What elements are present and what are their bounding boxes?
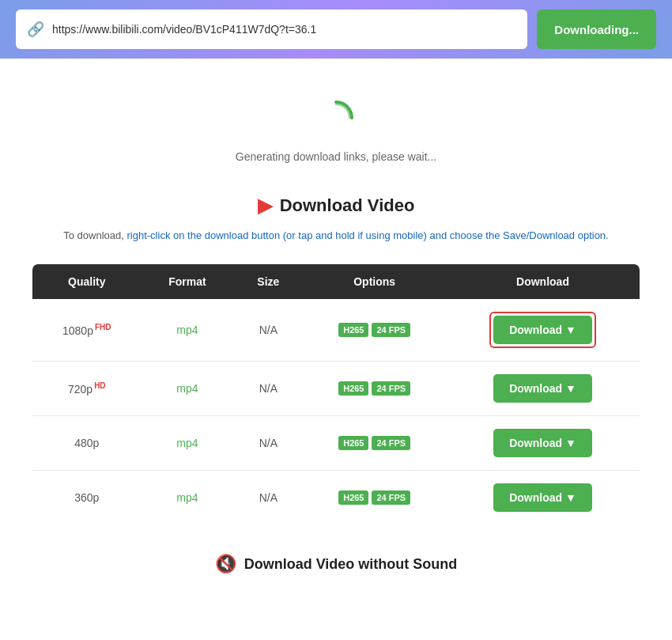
quality-badge: FHD: [95, 323, 111, 331]
quality-value: 480p: [74, 437, 99, 449]
download-cell: Download ▼: [446, 416, 640, 471]
col-options: Options: [303, 264, 446, 300]
quality-cell: 480p: [32, 416, 142, 471]
table-row: 720pHDmp4N/AH26524 FPSDownload ▼: [32, 362, 640, 416]
option-badge: H265: [338, 323, 368, 337]
quality-value: 360p: [74, 491, 99, 504]
option-badge: 24 FPS: [372, 323, 410, 337]
options-cell: H26524 FPS: [303, 299, 446, 362]
loading-spinner: [316, 98, 356, 138]
table-header: Quality Format Size Options Download: [32, 264, 640, 300]
option-badge: H265: [338, 381, 368, 396]
format-cell: mp4: [142, 299, 234, 362]
size-cell: N/A: [233, 362, 303, 416]
format-cell: mp4: [142, 416, 234, 471]
instruction-highlight: right-click on the download button (or t…: [127, 229, 609, 241]
download-cell: Download ▼: [446, 299, 640, 362]
quality-badge: HD: [94, 381, 105, 390]
highlighted-download-wrapper: Download ▼: [489, 312, 596, 348]
top-bar: 🔗 https://www.bilibili.com/video/BV1cP41…: [0, 0, 672, 59]
quality-value: 720p: [68, 383, 92, 396]
section-title: ▶ Download Video: [32, 195, 640, 217]
spinner-area: Generating download links, please wait..…: [32, 82, 640, 195]
option-badge: H265: [338, 436, 368, 450]
size-cell: N/A: [233, 299, 303, 362]
quality-value: 1080p: [62, 324, 93, 337]
main-content: Generating download links, please wait..…: [0, 59, 672, 640]
size-cell: N/A: [233, 416, 303, 471]
download-button-720p[interactable]: Download ▼: [493, 374, 592, 403]
download-cell: Download ▼: [446, 362, 640, 416]
size-cell: N/A: [233, 471, 303, 525]
bottom-section: 🔇 Download Video without Sound: [32, 554, 640, 574]
table-row: 480pmp4N/AH26524 FPSDownload ▼: [32, 416, 640, 471]
url-display: https://www.bilibili.com/video/BV1cP411W…: [52, 23, 516, 36]
option-badge: 24 FPS: [372, 490, 410, 505]
downloading-button[interactable]: Downloading...: [537, 9, 656, 49]
option-badge: 24 FPS: [372, 381, 410, 396]
url-bar[interactable]: 🔗 https://www.bilibili.com/video/BV1cP41…: [16, 9, 527, 49]
format-cell: mp4: [142, 471, 234, 525]
quality-cell: 720pHD: [32, 362, 142, 416]
table-header-row: Quality Format Size Options Download: [32, 264, 640, 300]
play-icon: ▶: [258, 195, 272, 217]
speaker-icon: 🔇: [215, 554, 236, 574]
download-cell: Download ▼: [446, 471, 640, 525]
section-title-text: Download Video: [280, 195, 415, 216]
format-cell: mp4: [142, 362, 234, 416]
col-size: Size: [233, 264, 303, 300]
table-body: 1080pFHDmp4N/AH26524 FPSDownload ▼720pHD…: [32, 299, 640, 525]
link-icon: 🔗: [27, 21, 44, 38]
options-cell: H26524 FPS: [303, 471, 446, 525]
generating-text: Generating download links, please wait..…: [236, 150, 436, 163]
quality-cell: 1080pFHD: [32, 299, 142, 362]
instruction-prefix: To download,: [63, 229, 126, 241]
option-badge: H265: [338, 490, 368, 505]
quality-cell: 360p: [32, 471, 142, 525]
options-cell: H26524 FPS: [303, 416, 446, 471]
col-format: Format: [142, 264, 234, 300]
table-row: 360pmp4N/AH26524 FPSDownload ▼: [32, 471, 640, 525]
col-quality: Quality: [32, 264, 142, 300]
bottom-label: Download Video without Sound: [244, 556, 458, 573]
option-badge: 24 FPS: [372, 436, 410, 450]
download-button-480p[interactable]: Download ▼: [493, 429, 592, 457]
download-button-360p[interactable]: Download ▼: [493, 483, 592, 512]
download-button-1080p[interactable]: Download ▼: [493, 316, 592, 344]
options-cell: H26524 FPS: [303, 362, 446, 416]
table-row: 1080pFHDmp4N/AH26524 FPSDownload ▼: [32, 299, 640, 362]
instruction-text: To download, right-click on the download…: [32, 229, 640, 241]
col-download: Download: [446, 264, 640, 300]
download-table: Quality Format Size Options Download 108…: [32, 263, 640, 525]
